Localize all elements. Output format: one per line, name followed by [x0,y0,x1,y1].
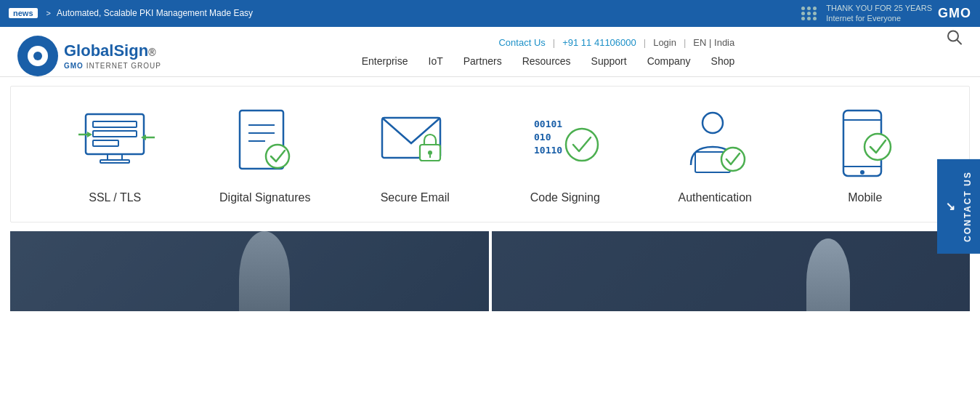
header-right: Contact Us | +91 11 41106000 | Login | E… [362,37,735,74]
news-tag[interactable]: news [9,8,38,18]
nav-enterprise[interactable]: Enterprise [362,55,408,67]
ssl-tls-label: SSL / TLS [89,191,141,204]
gmo-brand: GMO [938,6,971,21]
gmo-tagline: Internet for Everyone [826,13,932,23]
product-code-signing[interactable]: 00101 010 10110 Code Signing [518,107,612,204]
lang-region: EN | India [693,37,734,48]
news-text: Automated, Scalable PKI Management Made … [57,8,253,18]
code-signing-label: Code Signing [530,191,600,204]
svg-text:00101: 00101 [534,119,562,129]
svg-point-24 [566,129,598,161]
nav-support[interactable]: Support [591,55,627,67]
news-bar-right: THANK YOU FOR 25 YEARS Internet for Ever… [801,3,971,24]
logo-area[interactable]: GlobalSign® GMO INTERNET GROUP [17,36,161,76]
news-bar: news > Automated, Scalable PKI Managemen… [0,0,980,27]
contact-tab-label: CONTACT US [963,171,973,242]
bottom-images [10,231,970,311]
bottom-image-right [492,231,971,311]
svg-point-16 [266,145,289,168]
nav-partners[interactable]: Partners [463,55,502,67]
logo-sub-text: GMO INTERNET GROUP [64,62,161,70]
logo-circle-icon [17,36,58,76]
digital-signatures-icon [225,107,305,180]
nav-shop[interactable]: Shop [711,55,735,67]
gmo-thank-you: THANK YOU FOR 25 YEARS [826,3,932,13]
svg-rect-11 [100,160,129,163]
nav-iot[interactable]: IoT [429,55,443,67]
svg-rect-4 [93,131,137,137]
header: GlobalSign® GMO INTERNET GROUP Contact U… [0,27,980,77]
products-section: SSL / TLS Digital Signatures [10,86,970,222]
mobile-icon [825,107,905,180]
svg-point-25 [702,113,723,133]
svg-rect-5 [93,140,118,146]
product-mobile[interactable]: Mobile [818,107,912,204]
svg-text:10110: 10110 [534,145,562,156]
nav-company[interactable]: Company [647,55,691,67]
main-nav: Enterprise IoT Partners Resources Suppor… [362,55,735,74]
svg-rect-3 [93,121,137,127]
svg-point-27 [721,148,745,171]
authentication-icon [675,107,755,180]
product-digital-signatures[interactable]: Digital Signatures [218,107,312,204]
gmo-logo-area: THANK YOU FOR 25 YEARS Internet for Ever… [826,3,971,24]
svg-rect-2 [86,114,144,154]
product-authentication[interactable]: Authentication [668,107,762,204]
product-secure-email[interactable]: Secure Email [368,107,462,204]
search-icon[interactable] [947,29,963,60]
authentication-label: Authentication [679,191,752,204]
logo-pupil-icon [33,52,42,60]
code-signing-icon: 00101 010 10110 [525,107,605,180]
svg-point-31 [860,170,864,175]
svg-marker-7 [87,132,92,137]
contact-tab[interactable]: ↗ CONTACT US [937,159,980,254]
secure-email-label: Secure Email [381,191,450,204]
header-top-links: Contact Us | +91 11 41106000 | Login | E… [498,37,734,48]
svg-text:010: 010 [534,132,551,143]
contact-tab-arrow: ↗ [944,201,958,212]
dots-grid-icon [801,7,817,20]
phone-link[interactable]: +91 11 41106000 [562,37,636,48]
ssl-tls-icon [75,107,155,180]
svg-point-19 [428,151,432,155]
login-link[interactable]: Login [653,37,676,48]
contact-us-link[interactable]: Contact Us [498,37,545,48]
svg-line-1 [957,40,962,44]
logo-eye-icon [28,46,48,66]
secure-email-icon [375,107,455,180]
news-bar-left: news > Automated, Scalable PKI Managemen… [9,8,253,18]
logo-text: GlobalSign® GMO INTERNET GROUP [64,41,161,70]
bottom-image-left [10,231,489,311]
mobile-label: Mobile [848,191,882,204]
logo-brand-name: GlobalSign® [64,41,161,60]
product-ssl-tls[interactable]: SSL / TLS [68,107,162,204]
svg-point-32 [864,134,891,160]
digital-signatures-label: Digital Signatures [219,191,310,204]
news-arrow: > [46,9,51,17]
nav-resources[interactable]: Resources [522,55,571,67]
